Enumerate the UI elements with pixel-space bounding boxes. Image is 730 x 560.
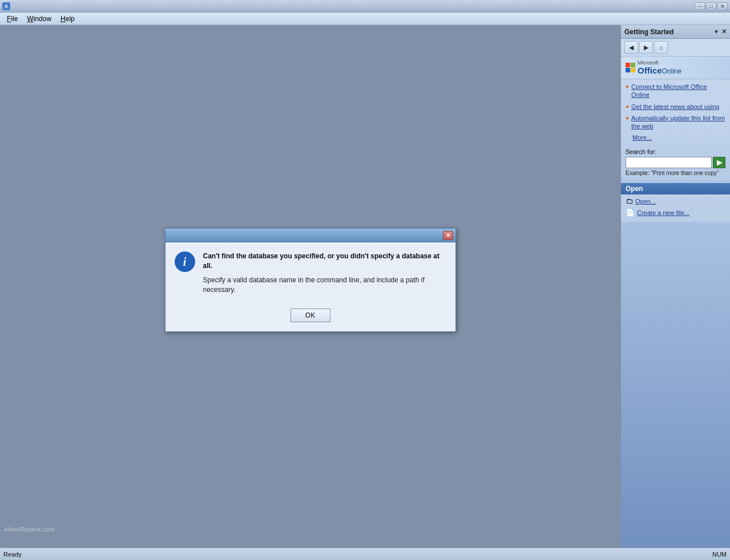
open-section-body: 🗀 Open... 📄 Create a new file... bbox=[621, 194, 730, 222]
workspace: ✕ i Can't find the database you specifie… bbox=[0, 25, 620, 547]
dialog-title-bar: ✕ bbox=[166, 229, 455, 242]
app-icon: A bbox=[2, 2, 10, 10]
nav-back-button[interactable]: ◀ bbox=[624, 41, 638, 54]
link-connect-text: Connect to Microsoft Office Online bbox=[631, 83, 725, 99]
link-update-text: Automatically update this list from the … bbox=[631, 114, 725, 131]
menu-help[interactable]: Help bbox=[56, 14, 79, 24]
title-bar: A − □ ✕ bbox=[0, 0, 730, 13]
link-item-connect[interactable]: ● Connect to Microsoft Office Online bbox=[626, 83, 725, 99]
menu-bar: File Window Help bbox=[0, 13, 730, 25]
new-file-icon: 📄 bbox=[626, 208, 635, 217]
office-online-text: Office Online bbox=[638, 66, 681, 75]
open-link-open[interactable]: 🗀 Open... bbox=[626, 197, 725, 205]
ms-logo-box: Microsoft Office Online bbox=[626, 60, 725, 75]
nav-forward-button[interactable]: ▶ bbox=[639, 41, 653, 54]
panel-close-button[interactable]: ✕ bbox=[721, 28, 727, 35]
bullet-update: ● bbox=[626, 115, 629, 121]
dialog-content: i Can't find the database you specified,… bbox=[175, 251, 446, 294]
office-text: Office bbox=[638, 66, 662, 75]
maximize-button[interactable]: □ bbox=[706, 2, 716, 10]
dialog-body: i Can't find the database you specified,… bbox=[166, 242, 455, 331]
links-area: ● Connect to Microsoft Office Online ● G… bbox=[621, 79, 730, 145]
search-label: Search for: bbox=[626, 148, 725, 155]
error-dialog: ✕ i Can't find the database you specifie… bbox=[165, 228, 456, 331]
search-button[interactable]: ▶ bbox=[713, 157, 725, 168]
open-link-open-text: Open... bbox=[635, 198, 656, 205]
search-input[interactable] bbox=[626, 157, 712, 168]
menu-file[interactable]: File bbox=[2, 14, 22, 24]
dialog-close-button[interactable]: ✕ bbox=[443, 231, 453, 240]
title-bar-controls: − □ ✕ bbox=[695, 2, 728, 10]
logo-sq-red bbox=[626, 63, 630, 67]
bullet-news: ● bbox=[626, 103, 629, 109]
minimize-button[interactable]: − bbox=[695, 2, 705, 10]
logo-sq-blue bbox=[626, 68, 630, 72]
office-logo-area: Microsoft Office Online bbox=[621, 56, 730, 79]
nav-home-button[interactable]: ⌂ bbox=[654, 41, 668, 54]
close-button[interactable]: ✕ bbox=[717, 2, 728, 10]
ms-logo-squares bbox=[626, 63, 635, 72]
menu-window[interactable]: Window bbox=[22, 14, 56, 24]
search-area: Search for: ▶ Example: "Print more than … bbox=[621, 145, 730, 180]
panel-dropdown-button[interactable]: ▼ bbox=[713, 29, 719, 35]
dialog-overlay: ✕ i Can't find the database you specifie… bbox=[0, 25, 620, 535]
ms-text: Microsoft bbox=[638, 60, 681, 66]
more-link[interactable]: More... bbox=[632, 134, 652, 141]
dialog-sub-text: Specify a valid database name in the com… bbox=[203, 275, 446, 295]
link-item-update[interactable]: ● Automatically update this list from th… bbox=[626, 114, 725, 131]
watermark: HamiRayane.com bbox=[5, 526, 54, 533]
logo-sq-green bbox=[631, 63, 635, 67]
info-icon: i bbox=[175, 251, 195, 272]
open-section-header: Open bbox=[621, 183, 730, 194]
dialog-footer: OK bbox=[175, 306, 446, 324]
search-example: Example: "Print more than one copy" bbox=[626, 170, 725, 176]
ok-button[interactable]: OK bbox=[291, 309, 330, 322]
logo-sq-yellow bbox=[631, 68, 635, 72]
open-folder-icon: 🗀 bbox=[626, 197, 633, 205]
panel-nav: ◀ ▶ ⌂ bbox=[621, 39, 730, 56]
dialog-text: Can't find the database you specified, o… bbox=[203, 251, 446, 294]
open-link-new-text: Create a new file... bbox=[637, 209, 689, 216]
panel-header-controls: ▼ ✕ bbox=[713, 28, 727, 35]
open-section: Open 🗀 Open... 📄 Create a new file... bbox=[621, 183, 730, 222]
online-text: Online bbox=[662, 67, 682, 75]
title-bar-left: A bbox=[2, 2, 13, 10]
dialog-main-text: Can't find the database you specified, o… bbox=[203, 251, 446, 271]
main-area: ✕ i Can't find the database you specifie… bbox=[0, 25, 730, 547]
link-item-news[interactable]: ● Get the latest news about using bbox=[626, 103, 725, 111]
status-bar: Ready NUM bbox=[0, 547, 730, 560]
open-link-new[interactable]: 📄 Create a new file... bbox=[626, 208, 725, 217]
search-row: ▶ bbox=[626, 157, 725, 168]
office-brand-text: Microsoft Office Online bbox=[638, 60, 681, 75]
status-right: NUM bbox=[712, 551, 727, 558]
link-news-text: Get the latest news about using bbox=[631, 103, 719, 111]
right-panel: Getting Started ▼ ✕ ◀ ▶ ⌂ Micros bbox=[620, 25, 730, 547]
status-left: Ready bbox=[3, 551, 22, 558]
panel-header: Getting Started ▼ ✕ bbox=[621, 25, 730, 39]
bullet-connect: ● bbox=[626, 83, 629, 90]
panel-title: Getting Started bbox=[624, 28, 674, 36]
